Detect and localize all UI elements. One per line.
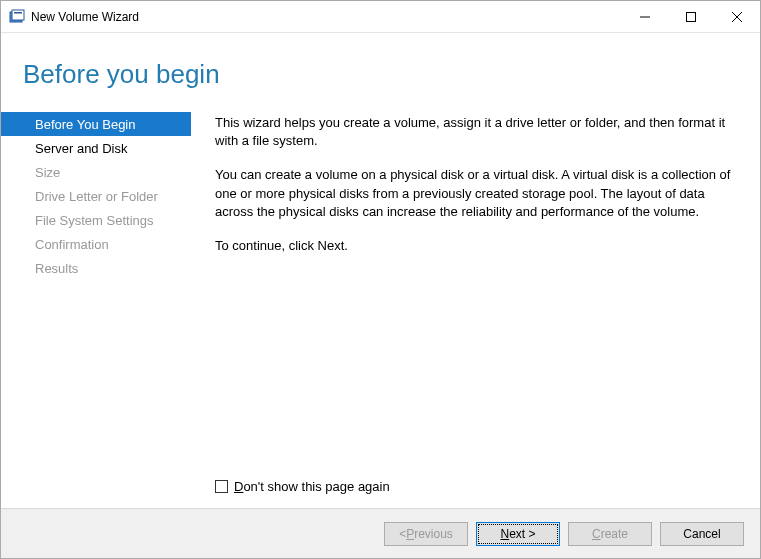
intro-paragraph-3: To continue, click Next.	[215, 237, 738, 255]
sidebar-item-label: Drive Letter or Folder	[35, 189, 158, 204]
sidebar-item-label: Size	[35, 165, 60, 180]
wizard-footer: < Previous Next > Create Cancel	[1, 508, 760, 558]
dont-show-again-checkbox[interactable]: Don't show this page again	[215, 479, 738, 494]
window-title: New Volume Wizard	[31, 10, 139, 24]
app-icon	[9, 9, 25, 25]
sidebar-item-label: Results	[35, 261, 78, 276]
sidebar-item-label: Confirmation	[35, 237, 109, 252]
sidebar-item-file-system: File System Settings	[23, 208, 191, 232]
sidebar-item-label: Server and Disk	[35, 141, 127, 156]
sidebar-item-drive-letter: Drive Letter or Folder	[23, 184, 191, 208]
titlebar: New Volume Wizard	[1, 1, 760, 33]
sidebar-item-label: Before You Begin	[35, 117, 135, 132]
maximize-button[interactable]	[668, 1, 714, 32]
sidebar-item-before-you-begin[interactable]: Before You Begin	[1, 112, 191, 136]
previous-button: < Previous	[384, 522, 468, 546]
cancel-button[interactable]: Cancel	[660, 522, 744, 546]
sidebar-item-server-and-disk[interactable]: Server and Disk	[23, 136, 191, 160]
sidebar-item-label: File System Settings	[35, 213, 154, 228]
wizard-sidebar: Before You Begin Server and Disk Size Dr…	[1, 112, 191, 508]
intro-paragraph-1: This wizard helps you create a volume, a…	[215, 114, 738, 150]
window-controls	[622, 1, 760, 32]
create-button: Create	[568, 522, 652, 546]
sidebar-item-size: Size	[23, 160, 191, 184]
sidebar-item-results: Results	[23, 256, 191, 280]
wizard-main-text: This wizard helps you create a volume, a…	[191, 112, 738, 508]
next-button[interactable]: Next >	[476, 522, 560, 546]
minimize-button[interactable]	[622, 1, 668, 32]
checkbox-label: Don't show this page again	[234, 479, 390, 494]
intro-paragraph-2: You can create a volume on a physical di…	[215, 166, 738, 221]
svg-rect-4	[687, 12, 696, 21]
sidebar-item-confirmation: Confirmation	[23, 232, 191, 256]
svg-rect-1	[12, 10, 24, 20]
close-button[interactable]	[714, 1, 760, 32]
wizard-content: Before you begin Before You Begin Server…	[1, 33, 760, 508]
page-title: Before you begin	[23, 59, 760, 90]
svg-rect-2	[14, 12, 22, 14]
checkbox-icon	[215, 480, 228, 493]
